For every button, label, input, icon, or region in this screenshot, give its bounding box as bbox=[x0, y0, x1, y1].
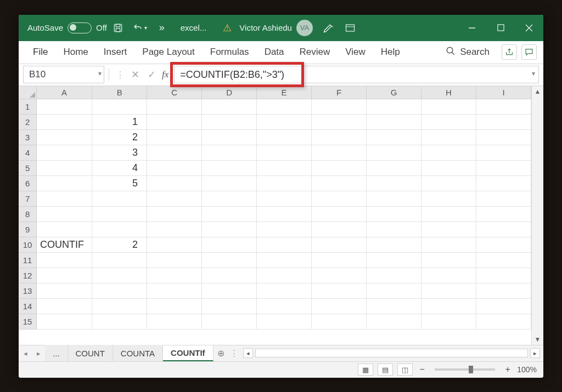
zoom-out-button[interactable]: − bbox=[417, 365, 427, 374]
add-sheet-button[interactable]: ⊕ bbox=[213, 348, 229, 359]
zoom-slider[interactable] bbox=[435, 368, 495, 371]
cell-B10[interactable]: 2 bbox=[92, 237, 147, 253]
user-account[interactable]: Victor Ashiedu VA bbox=[239, 20, 313, 36]
vertical-scrollbar[interactable]: ▲ ▼ bbox=[531, 86, 543, 345]
gripper-icon: ⋮ bbox=[114, 70, 127, 80]
svg-rect-3 bbox=[346, 25, 354, 31]
cell-B2[interactable]: 1 bbox=[92, 115, 147, 130]
sheet-tab-count[interactable]: COUNT bbox=[68, 345, 113, 361]
view-normal-button[interactable]: ▦ bbox=[358, 363, 373, 376]
row-header[interactable]: 15 bbox=[19, 314, 37, 329]
formula-input[interactable] bbox=[175, 66, 538, 83]
ribbon-display-icon[interactable] bbox=[340, 18, 360, 38]
comments-icon[interactable] bbox=[521, 44, 537, 60]
scroll-left-icon[interactable]: ◂ bbox=[243, 348, 253, 358]
row-header[interactable]: 12 bbox=[19, 268, 37, 283]
col-header-B[interactable]: B bbox=[92, 86, 147, 99]
scroll-track[interactable] bbox=[255, 349, 528, 357]
row-header[interactable]: 11 bbox=[19, 253, 37, 268]
col-header-I[interactable]: I bbox=[476, 86, 531, 99]
sheet-nav-next[interactable]: ▸ bbox=[32, 349, 45, 357]
autosave-state: Off bbox=[96, 23, 107, 32]
row-header[interactable]: 6 bbox=[19, 176, 37, 191]
col-header-C[interactable]: C bbox=[147, 86, 202, 99]
cell-B3[interactable]: 2 bbox=[92, 130, 147, 145]
chevron-down-icon[interactable]: ▾ bbox=[98, 70, 102, 77]
search-control[interactable]: Search bbox=[438, 46, 497, 59]
view-pagelayout-button[interactable]: ▤ bbox=[378, 363, 393, 376]
scroll-right-icon[interactable]: ▸ bbox=[530, 348, 540, 358]
formula-bar: B10 ▾ ⋮ ✕ ✓ fx ▾ bbox=[19, 64, 543, 86]
autosave-toggle[interactable] bbox=[68, 22, 92, 33]
ribbon-tab-data[interactable]: Data bbox=[257, 41, 292, 64]
row-header[interactable]: 3 bbox=[19, 130, 37, 145]
row-header[interactable]: 13 bbox=[19, 283, 37, 299]
row-header[interactable]: 4 bbox=[19, 145, 37, 161]
ribbon-tab-file[interactable]: File bbox=[25, 41, 55, 64]
row-header[interactable]: 9 bbox=[19, 222, 37, 237]
col-header-H[interactable]: H bbox=[421, 86, 476, 99]
row-header[interactable]: 1 bbox=[19, 99, 37, 115]
share-icon[interactable] bbox=[502, 44, 517, 60]
ribbon-tab-view[interactable]: View bbox=[338, 41, 373, 64]
sheet-tab-more[interactable]: ... bbox=[45, 345, 68, 361]
view-pagebreak-button[interactable]: ◫ bbox=[397, 363, 413, 376]
ribbon-tab-insert[interactable]: Insert bbox=[96, 41, 135, 64]
name-box-value: B10 bbox=[29, 69, 46, 80]
sheet-tab-bar: ◂ ▸ ... COUNT COUNTA COUNTIf ⊕ ⋮ ◂ ▸ bbox=[19, 345, 543, 361]
name-box[interactable]: B10 ▾ bbox=[23, 66, 104, 83]
row-header[interactable]: 7 bbox=[19, 191, 37, 207]
document-title: excel... bbox=[181, 23, 207, 32]
ribbon-tab-home[interactable]: Home bbox=[55, 41, 95, 64]
col-header-E[interactable]: E bbox=[257, 86, 312, 99]
zoom-in-button[interactable]: + bbox=[503, 365, 513, 374]
pen-icon[interactable] bbox=[318, 18, 338, 38]
cell-B6[interactable]: 5 bbox=[92, 176, 147, 191]
cell[interactable] bbox=[37, 99, 92, 115]
row-header[interactable]: 10 bbox=[19, 237, 37, 253]
expand-formula-icon[interactable]: ▾ bbox=[532, 70, 535, 77]
worksheet-area: A B C D E F G H I 1 21 32 43 54 65 7 8 bbox=[19, 86, 543, 345]
ribbon-tab-help[interactable]: Help bbox=[373, 41, 408, 64]
cell[interactable] bbox=[92, 99, 147, 115]
cancel-formula-button[interactable]: ✕ bbox=[127, 66, 143, 83]
undo-icon[interactable]: ▾ bbox=[130, 18, 150, 38]
row-header[interactable]: 2 bbox=[19, 115, 37, 130]
select-all-corner[interactable] bbox=[19, 86, 37, 99]
cell-A10[interactable]: COUNTIF bbox=[37, 237, 92, 253]
col-header-A[interactable]: A bbox=[37, 86, 92, 99]
ribbon-tab-formulas[interactable]: Formulas bbox=[203, 41, 257, 64]
grid[interactable]: A B C D E F G H I 1 21 32 43 54 65 7 8 bbox=[19, 86, 531, 345]
search-icon bbox=[446, 46, 456, 59]
ribbon-tab-pagelayout[interactable]: Page Layout bbox=[134, 41, 202, 64]
col-header-G[interactable]: G bbox=[367, 86, 422, 99]
scroll-down-icon[interactable]: ▼ bbox=[532, 334, 543, 345]
gripper-icon: ⋮ bbox=[229, 348, 240, 358]
ribbon-tab-review[interactable]: Review bbox=[292, 41, 338, 64]
zoom-level[interactable]: 100% bbox=[517, 365, 537, 374]
scroll-up-icon[interactable]: ▲ bbox=[532, 86, 543, 97]
user-name: Victor Ashiedu bbox=[239, 23, 292, 32]
row-header[interactable]: 8 bbox=[19, 207, 37, 222]
cell-B4[interactable]: 3 bbox=[92, 145, 147, 161]
horizontal-scrollbar[interactable]: ◂ ▸ bbox=[240, 348, 543, 358]
close-button[interactable] bbox=[515, 15, 543, 41]
sheet-nav-prev[interactable]: ◂ bbox=[19, 349, 32, 357]
fx-icon[interactable]: fx bbox=[162, 69, 168, 80]
cell-B5[interactable]: 4 bbox=[92, 161, 147, 176]
row-header[interactable]: 5 bbox=[19, 161, 37, 176]
autosave-label: AutoSave bbox=[27, 23, 63, 32]
svg-rect-0 bbox=[114, 24, 122, 32]
formula-input-wrap: ▾ bbox=[174, 66, 539, 83]
sheet-tab-countif[interactable]: COUNTIf bbox=[163, 345, 213, 362]
sheet-tab-counta[interactable]: COUNTA bbox=[113, 345, 163, 361]
maximize-button[interactable] bbox=[486, 15, 515, 41]
col-header-D[interactable]: D bbox=[202, 86, 257, 99]
enter-formula-button[interactable]: ✓ bbox=[143, 66, 160, 83]
save-icon[interactable] bbox=[108, 18, 128, 38]
more-quickaccess-icon[interactable]: » bbox=[152, 18, 172, 38]
col-header-F[interactable]: F bbox=[312, 86, 367, 99]
row-header[interactable]: 14 bbox=[19, 299, 37, 314]
minimize-button[interactable] bbox=[458, 15, 486, 41]
autosave-control[interactable]: AutoSave Off bbox=[27, 22, 107, 33]
